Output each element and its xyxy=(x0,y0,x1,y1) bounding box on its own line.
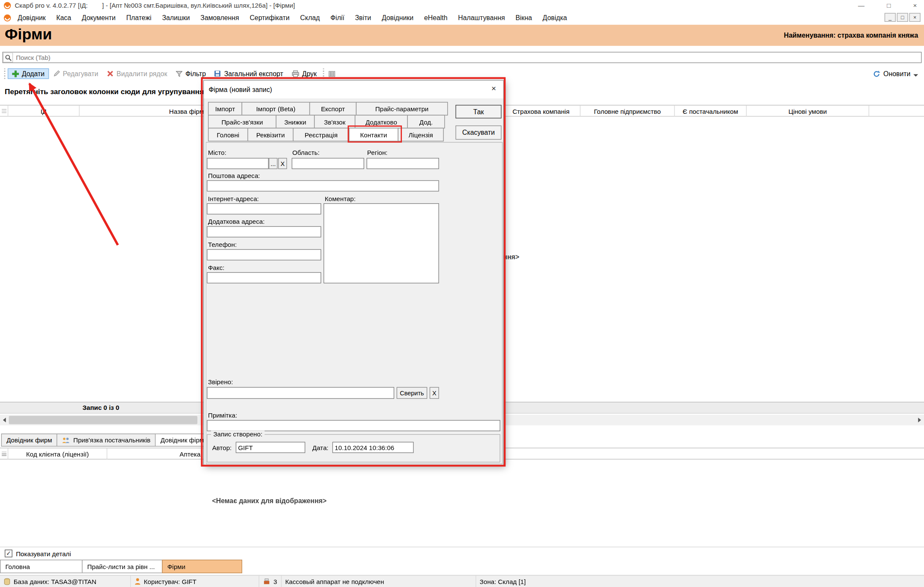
tab-contacts[interactable]: Контакти xyxy=(349,128,398,142)
mdi-minimize-button[interactable]: _ xyxy=(885,13,896,22)
tab-connection[interactable]: Зв'язок xyxy=(314,115,355,128)
tab-import[interactable]: Імпорт xyxy=(208,102,242,116)
toolbar-grip[interactable] xyxy=(3,68,6,79)
menu-platezhi[interactable]: Платежі xyxy=(121,14,157,21)
dialog-tabs-row2: Прайс-зв'язки Знижки Зв'язок Додатково Д… xyxy=(208,115,444,128)
comment-textarea[interactable] xyxy=(324,203,439,283)
cash-register-icon xyxy=(263,578,270,585)
city-input[interactable] xyxy=(207,158,269,169)
column-header-client-code[interactable]: Код клієнта (ліцензії) xyxy=(8,448,107,460)
menu-sertyfikaty[interactable]: Сертифікати xyxy=(244,14,295,21)
column-header-price-terms[interactable]: Цінові умови xyxy=(747,105,869,116)
search-box[interactable] xyxy=(3,52,922,63)
column-header-id[interactable]: ІД xyxy=(8,105,80,116)
scroll-left-arrow[interactable] xyxy=(0,415,9,425)
scrollbar-thumb[interactable] xyxy=(9,416,198,424)
postal-address-input[interactable] xyxy=(207,180,439,191)
database-icon xyxy=(3,578,11,585)
delete-row-button-label: Видалити рядок xyxy=(116,70,167,77)
fax-label: Факс: xyxy=(208,264,225,271)
tab-discounts[interactable]: Знижки xyxy=(276,115,315,128)
mdi-close-button[interactable]: × xyxy=(909,13,921,22)
menu-vikna[interactable]: Вікна xyxy=(510,14,537,21)
oblast-input[interactable] xyxy=(292,158,364,169)
tab-registration[interactable]: Реєстрація xyxy=(293,128,349,142)
current-record-name: Найменування: страхва компанія княжа xyxy=(784,32,918,39)
database-label: База даних: TASAЗ@TITAN xyxy=(14,578,96,585)
dialog-close-icon[interactable]: × xyxy=(491,84,496,93)
additional-address-input[interactable] xyxy=(207,226,321,237)
titlebar: Скарб pro v. 4.0.2.77 [ІД: ] - [Апт №003… xyxy=(0,0,924,11)
note-input[interactable] xyxy=(207,420,500,431)
internet-address-label: Інтернет-адреса: xyxy=(208,195,259,202)
internet-address-input[interactable] xyxy=(207,203,321,214)
column-header-is-supplier[interactable]: Є постачальником xyxy=(675,105,747,116)
mdi-restore-button[interactable]: □ xyxy=(897,13,908,22)
menu-nalashtuvannia[interactable]: Налаштування xyxy=(453,14,510,21)
menu-zamovlennia[interactable]: Замовлення xyxy=(195,14,244,21)
date-input[interactable] xyxy=(333,442,414,453)
close-button[interactable]: × xyxy=(913,2,917,9)
verified-clear-button[interactable]: X xyxy=(430,387,439,399)
menu-zvity[interactable]: Звіти xyxy=(350,14,376,21)
tab-import-beta[interactable]: Імпорт (Beta) xyxy=(242,102,310,116)
menu-filii[interactable]: Філії xyxy=(325,14,350,21)
scroll-right-arrow[interactable] xyxy=(915,415,924,425)
tab-supplier-binding[interactable]: Прив'язка постачальників xyxy=(57,433,156,446)
search-input[interactable] xyxy=(13,54,921,61)
statusbar-database: База даних: TASAЗ@TITAN xyxy=(0,575,131,587)
menu-dokumenty[interactable]: Документи xyxy=(77,14,121,21)
tab-dod[interactable]: Дод. xyxy=(407,115,445,128)
minimize-button[interactable]: — xyxy=(858,2,865,9)
menu-ehealth[interactable]: eHealth xyxy=(419,14,453,21)
fax-input[interactable] xyxy=(207,272,321,283)
ok-button[interactable]: Так xyxy=(455,105,501,119)
delete-row-button[interactable]: Видалити рядок xyxy=(102,68,171,79)
general-export-button[interactable]: Загальний експорт xyxy=(210,68,288,79)
author-input[interactable] xyxy=(236,442,305,453)
funnel-icon xyxy=(175,70,183,77)
cancel-button[interactable]: Скасувати xyxy=(455,125,501,139)
tab-firms-directory[interactable]: Довідник фирм xyxy=(1,433,57,446)
filter-button[interactable]: Фільтр xyxy=(171,68,210,79)
phone-input[interactable] xyxy=(207,249,321,260)
menu-zalyshky[interactable]: Залишки xyxy=(157,14,195,21)
region-input[interactable] xyxy=(366,158,439,169)
menu-dovidnyky[interactable]: Довідники xyxy=(376,14,419,21)
tab-requisites[interactable]: Реквізити xyxy=(247,128,293,142)
show-details-label: Показувати деталі xyxy=(16,550,71,557)
print-button[interactable]: Друк xyxy=(287,68,321,79)
statusbar-zone: Зона: Склад [1] xyxy=(476,575,653,587)
verified-input[interactable] xyxy=(207,387,394,399)
column-header-insurance-company[interactable]: Страхова компанія xyxy=(502,105,580,116)
refresh-button[interactable]: Оновити xyxy=(873,70,918,77)
city-clear-button[interactable]: X xyxy=(278,158,287,169)
chevron-down-icon[interactable] xyxy=(913,74,918,77)
window-controls: — □ × xyxy=(858,0,917,11)
city-ellipsis-button[interactable]: ... xyxy=(269,158,278,169)
dialog-titlebar[interactable]: Фірма (новий запис) × xyxy=(204,81,503,98)
edit-button[interactable]: Редагувати xyxy=(49,68,103,79)
verify-button[interactable]: Сверить xyxy=(397,387,428,399)
tab-holovna[interactable]: Головна xyxy=(0,560,83,573)
detail-grid-body[interactable]: <Немає даних для відображення> xyxy=(0,460,924,547)
column-chooser-button[interactable] xyxy=(327,68,337,79)
tab-main[interactable]: Головні xyxy=(208,128,248,142)
tab-export[interactable]: Експорт xyxy=(309,102,357,116)
menu-dovidka[interactable]: Довідка xyxy=(537,14,572,21)
toolbar-grip[interactable] xyxy=(323,68,325,79)
tab-price-links[interactable]: Прайс-зв'язки xyxy=(208,115,276,128)
maximize-button[interactable]: □ xyxy=(887,2,891,9)
tab-license[interactable]: Ліцензія xyxy=(398,128,443,142)
tab-price-params[interactable]: Прайс-параметри xyxy=(356,102,448,116)
show-details-checkbox[interactable]: ✓ xyxy=(5,550,12,557)
menu-kasa[interactable]: Каса xyxy=(51,14,77,21)
menu-sklad[interactable]: Склад xyxy=(295,14,325,21)
tab-price-lists[interactable]: Прайс-листи за рівн ... xyxy=(82,560,163,573)
tab-firmy[interactable]: Фірми xyxy=(162,560,242,573)
menu-dovidnyk[interactable]: Довідник xyxy=(12,14,51,21)
pencil-icon xyxy=(53,70,60,77)
tab-additional[interactable]: Додатково xyxy=(355,115,408,128)
add-button[interactable]: Додати xyxy=(8,68,49,79)
column-header-main-enterprise[interactable]: Головне підприємство xyxy=(580,105,674,116)
